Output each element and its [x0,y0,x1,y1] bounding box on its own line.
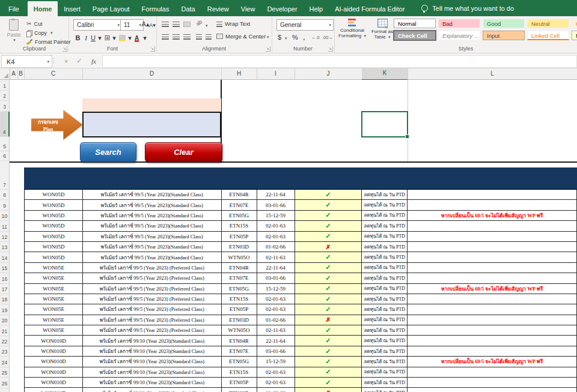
orientation-dropdown-icon[interactable]: ▾ [206,23,208,28]
font-color-button[interactable]: A [133,32,141,43]
cell-style-note[interactable]: N [572,31,577,40]
cell-product[interactable]: พรีเมียร์ เลกาซี่ 99/5 (Year 2023)(Stand… [83,221,222,231]
column-header-c[interactable]: C [24,68,83,79]
cell-product[interactable]: พรีเมียร์ เลกาซี่ 99/5 (Year 2023) (Pref… [83,325,222,335]
select-all-corner[interactable] [0,68,10,79]
row-header-27[interactable] [0,388,10,392]
cell-date[interactable]: 22-11-64 [257,190,295,199]
increase-font-icon[interactable]: A▴ [142,19,149,29]
cell-code[interactable]: ETN04R [222,336,257,345]
cell-note[interactable]: ลดทุนได้ ณ วัน PTD [362,284,408,294]
cell-status[interactable]: ✓ [295,221,362,231]
cell-remark[interactable] [408,232,577,241]
row-header-24[interactable]: 24 [0,357,10,367]
cell-product[interactable]: พรีเมียร์ เลกาซี่ 99/10 (Year 2023)(Stan… [83,336,222,345]
row-header-18[interactable]: 18 [0,294,10,304]
clear-button[interactable]: Clear [145,142,222,162]
cell-code[interactable]: ETN05G [222,284,257,294]
copy-dropdown-icon[interactable]: ▾ [50,31,53,35]
row-header-23[interactable]: 23 [0,346,10,357]
font-dialog-launcher-icon[interactable]: ↘ [150,46,155,52]
cell-remark[interactable] [408,325,577,335]
cell-remark[interactable]: หากเปลี่ยนเป็น 60/5 จะไม่ได้เพิ่มสัญญา W… [408,284,577,294]
cell-status[interactable]: ✓ [295,263,362,273]
cell-remark[interactable] [408,242,577,252]
cell-remark[interactable] [408,315,577,325]
tab-data[interactable]: Data [175,1,201,16]
tab-insert[interactable]: Insert [58,1,87,16]
align-bottom-icon[interactable] [183,22,191,27]
cell-note[interactable]: ลดทุนได้ ณ วัน PTD [362,346,408,356]
cell-note[interactable]: ลดทุนได้ ณ วัน PTD [362,325,408,335]
cell-note[interactable]: ลดทุนได้ ณ วัน PTD [362,388,408,392]
cell-code[interactable]: ETN05P [222,378,257,387]
cell-plan[interactable]: WON05E [25,294,83,304]
orientation-icon[interactable]: ab [195,19,203,27]
increase-decimal-icon[interactable]: ←.0 [311,35,320,40]
cell-status[interactable]: ✗ [295,242,362,252]
cell-remark[interactable] [408,388,577,392]
row-header-9[interactable]: 9 [0,200,10,210]
cell-style-good[interactable]: Good [483,19,525,28]
cell-plan[interactable]: WON05D [25,232,83,241]
cell-remark[interactable] [408,200,577,210]
column-header-a[interactable]: A [10,68,18,79]
tell-me[interactable]: Tell me what you want to do [421,0,514,16]
cell-code[interactable]: ETN07E [222,273,257,283]
row-header-13[interactable]: 13 [0,242,10,252]
alignment-dialog-launcher-icon[interactable]: ↘ [266,46,270,52]
cell-style-linked-cell[interactable]: Linked Cell [527,31,569,40]
format-as-table-button[interactable]: Format as Table ▾ [368,18,397,51]
row-header-12[interactable]: 12 [0,232,10,242]
comma-style-icon[interactable]: , [303,32,305,41]
cell-code[interactable]: ETN03D [222,388,257,392]
cell-plan[interactable]: WON05E [25,263,83,273]
column-header-k[interactable]: K [362,68,408,80]
cell-product[interactable]: พรีเมียร์ เลกาซี่ 99/5 (Year 2023)(Stand… [83,252,222,262]
cell-status[interactable]: ✓ [295,273,362,283]
cell-date[interactable]: 15-12-59 [257,284,295,294]
wrap-text-button[interactable]: Wrap Text [225,20,250,27]
cell-plan[interactable]: WON010D [25,336,83,345]
decrease-indent-icon[interactable] [196,34,202,40]
cell-date[interactable]: 22-11-64 [257,263,295,273]
column-header-i[interactable]: I [257,68,295,79]
row-header-22[interactable]: 22 [0,336,10,346]
cell-product[interactable]: พรีเมียร์ เลกาซี่ 99/5 (Year 2023) (Pref… [83,315,222,325]
cell-remark[interactable] [408,378,577,387]
row-header-6[interactable]: 6 [0,151,10,161]
cell-plan[interactable]: WON05E [25,273,83,283]
fill-color-button[interactable] [118,32,126,43]
cell-note[interactable]: ลดทุนได้ ณ วัน PTD [362,232,408,241]
column-header-j[interactable]: J [295,68,362,79]
cell-note[interactable]: ลดทุนได้ ณ วัน PTD [362,221,408,231]
cell-code[interactable]: ETN15S [222,294,257,304]
name-box-separator-icon[interactable]: ⋮ [50,55,56,67]
cell-date[interactable]: 02-01-63 [257,378,295,387]
decrease-font-icon[interactable]: A▾ [149,20,156,31]
cell-date[interactable]: 02-01-63 [257,367,295,377]
row-header-16[interactable]: 16 [0,273,10,283]
cell-status[interactable]: ✓ [295,325,362,335]
cell-status[interactable]: ✓ [295,357,362,366]
tab-file[interactable]: File [0,1,28,16]
cell-code[interactable]: ETN05P [222,232,257,241]
cell-plan[interactable]: WON05D [25,190,83,199]
cell-plan[interactable]: WON05D [25,252,83,262]
cell-status[interactable]: ✓ [295,304,362,314]
cell-note[interactable]: ลดทุนได้ ณ วัน PTD [362,190,408,199]
cell-note[interactable]: ลดทุนได้ ณ วัน PTD [362,200,408,210]
percent-style-icon[interactable]: % [292,34,298,41]
cell-remark[interactable] [408,294,577,304]
cell-product[interactable]: พรีเมียร์ เลกาซี่ 99/5 (Year 2023)(Stand… [83,242,222,252]
row-header-3[interactable]: 3 [0,101,10,112]
tab-home[interactable]: Home [28,1,58,16]
cell-remark[interactable] [408,252,577,262]
cell-style-normal[interactable]: Normal [394,19,436,28]
cell-remark[interactable] [408,273,577,283]
cell-note[interactable]: ลดทุนได้ ณ วัน PTD [362,336,408,345]
cell-date[interactable]: 15-12-59 [257,357,295,366]
align-right-icon[interactable] [183,34,191,40]
cell-product[interactable]: พรีเมียร์ เลกาซี่ 99/5 (Year 2023) (Pref… [83,284,222,294]
row-header-7[interactable]: 7 [0,161,10,190]
